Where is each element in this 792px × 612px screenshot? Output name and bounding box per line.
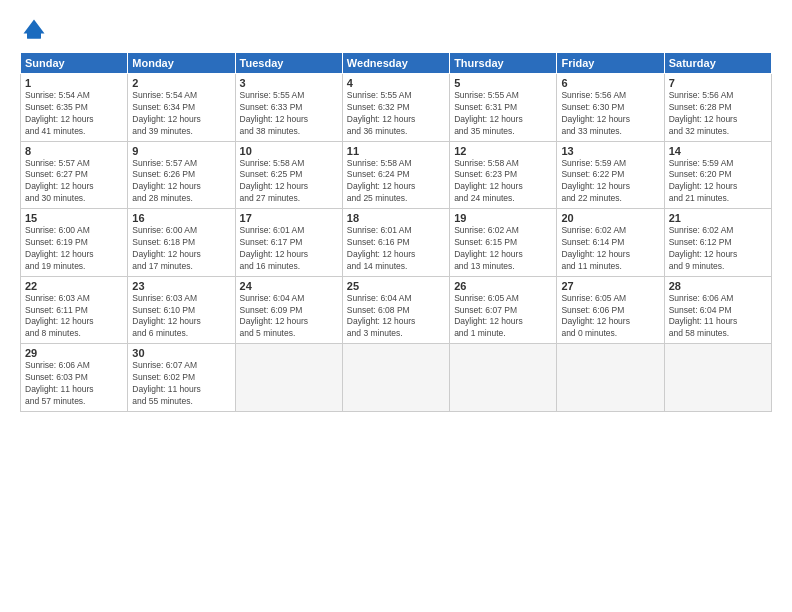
- day-number: 6: [561, 77, 659, 89]
- day-number: 28: [669, 280, 767, 292]
- day-cell: [342, 344, 449, 412]
- day-cell: 8Sunrise: 5:57 AM Sunset: 6:27 PM Daylig…: [21, 141, 128, 209]
- day-number: 27: [561, 280, 659, 292]
- day-cell: [235, 344, 342, 412]
- page-header: [20, 16, 772, 44]
- day-cell: 20Sunrise: 6:02 AM Sunset: 6:14 PM Dayli…: [557, 209, 664, 277]
- day-cell: 14Sunrise: 5:59 AM Sunset: 6:20 PM Dayli…: [664, 141, 771, 209]
- day-cell: 3Sunrise: 5:55 AM Sunset: 6:33 PM Daylig…: [235, 74, 342, 142]
- day-info: Sunrise: 5:55 AM Sunset: 6:31 PM Dayligh…: [454, 90, 552, 138]
- day-number: 15: [25, 212, 123, 224]
- header-row: SundayMondayTuesdayWednesdayThursdayFrid…: [21, 53, 772, 74]
- day-info: Sunrise: 6:02 AM Sunset: 6:14 PM Dayligh…: [561, 225, 659, 273]
- day-number: 1: [25, 77, 123, 89]
- col-header-monday: Monday: [128, 53, 235, 74]
- day-info: Sunrise: 5:54 AM Sunset: 6:35 PM Dayligh…: [25, 90, 123, 138]
- col-header-wednesday: Wednesday: [342, 53, 449, 74]
- day-number: 4: [347, 77, 445, 89]
- calendar-page: SundayMondayTuesdayWednesdayThursdayFrid…: [0, 0, 792, 612]
- day-info: Sunrise: 5:57 AM Sunset: 6:26 PM Dayligh…: [132, 158, 230, 206]
- day-info: Sunrise: 6:01 AM Sunset: 6:16 PM Dayligh…: [347, 225, 445, 273]
- day-number: 8: [25, 145, 123, 157]
- day-info: Sunrise: 6:01 AM Sunset: 6:17 PM Dayligh…: [240, 225, 338, 273]
- day-cell: 9Sunrise: 5:57 AM Sunset: 6:26 PM Daylig…: [128, 141, 235, 209]
- day-cell: 7Sunrise: 5:56 AM Sunset: 6:28 PM Daylig…: [664, 74, 771, 142]
- day-cell: 24Sunrise: 6:04 AM Sunset: 6:09 PM Dayli…: [235, 276, 342, 344]
- day-number: 9: [132, 145, 230, 157]
- day-number: 5: [454, 77, 552, 89]
- day-number: 7: [669, 77, 767, 89]
- day-cell: 26Sunrise: 6:05 AM Sunset: 6:07 PM Dayli…: [450, 276, 557, 344]
- day-cell: 16Sunrise: 6:00 AM Sunset: 6:18 PM Dayli…: [128, 209, 235, 277]
- day-info: Sunrise: 6:03 AM Sunset: 6:11 PM Dayligh…: [25, 293, 123, 341]
- day-info: Sunrise: 5:56 AM Sunset: 6:28 PM Dayligh…: [669, 90, 767, 138]
- day-cell: [557, 344, 664, 412]
- day-cell: 17Sunrise: 6:01 AM Sunset: 6:17 PM Dayli…: [235, 209, 342, 277]
- day-info: Sunrise: 6:02 AM Sunset: 6:12 PM Dayligh…: [669, 225, 767, 273]
- day-info: Sunrise: 6:00 AM Sunset: 6:19 PM Dayligh…: [25, 225, 123, 273]
- day-cell: 21Sunrise: 6:02 AM Sunset: 6:12 PM Dayli…: [664, 209, 771, 277]
- day-cell: 15Sunrise: 6:00 AM Sunset: 6:19 PM Dayli…: [21, 209, 128, 277]
- day-number: 29: [25, 347, 123, 359]
- col-header-saturday: Saturday: [664, 53, 771, 74]
- day-number: 19: [454, 212, 552, 224]
- day-number: 13: [561, 145, 659, 157]
- day-number: 17: [240, 212, 338, 224]
- day-info: Sunrise: 5:58 AM Sunset: 6:23 PM Dayligh…: [454, 158, 552, 206]
- day-info: Sunrise: 6:05 AM Sunset: 6:06 PM Dayligh…: [561, 293, 659, 341]
- day-number: 25: [347, 280, 445, 292]
- day-info: Sunrise: 5:59 AM Sunset: 6:22 PM Dayligh…: [561, 158, 659, 206]
- week-row-3: 15Sunrise: 6:00 AM Sunset: 6:19 PM Dayli…: [21, 209, 772, 277]
- day-info: Sunrise: 6:03 AM Sunset: 6:10 PM Dayligh…: [132, 293, 230, 341]
- day-cell: 6Sunrise: 5:56 AM Sunset: 6:30 PM Daylig…: [557, 74, 664, 142]
- day-number: 22: [25, 280, 123, 292]
- day-cell: 23Sunrise: 6:03 AM Sunset: 6:10 PM Dayli…: [128, 276, 235, 344]
- day-number: 30: [132, 347, 230, 359]
- day-cell: 5Sunrise: 5:55 AM Sunset: 6:31 PM Daylig…: [450, 74, 557, 142]
- day-number: 21: [669, 212, 767, 224]
- day-number: 11: [347, 145, 445, 157]
- day-cell: 12Sunrise: 5:58 AM Sunset: 6:23 PM Dayli…: [450, 141, 557, 209]
- col-header-sunday: Sunday: [21, 53, 128, 74]
- svg-marker-0: [24, 20, 45, 34]
- day-number: 16: [132, 212, 230, 224]
- day-cell: 29Sunrise: 6:06 AM Sunset: 6:03 PM Dayli…: [21, 344, 128, 412]
- day-info: Sunrise: 6:05 AM Sunset: 6:07 PM Dayligh…: [454, 293, 552, 341]
- day-cell: 1Sunrise: 5:54 AM Sunset: 6:35 PM Daylig…: [21, 74, 128, 142]
- day-cell: 19Sunrise: 6:02 AM Sunset: 6:15 PM Dayli…: [450, 209, 557, 277]
- day-info: Sunrise: 6:00 AM Sunset: 6:18 PM Dayligh…: [132, 225, 230, 273]
- day-cell: 10Sunrise: 5:58 AM Sunset: 6:25 PM Dayli…: [235, 141, 342, 209]
- day-cell: 22Sunrise: 6:03 AM Sunset: 6:11 PM Dayli…: [21, 276, 128, 344]
- day-cell: 30Sunrise: 6:07 AM Sunset: 6:02 PM Dayli…: [128, 344, 235, 412]
- day-info: Sunrise: 6:07 AM Sunset: 6:02 PM Dayligh…: [132, 360, 230, 408]
- day-number: 12: [454, 145, 552, 157]
- day-number: 2: [132, 77, 230, 89]
- day-cell: 27Sunrise: 6:05 AM Sunset: 6:06 PM Dayli…: [557, 276, 664, 344]
- week-row-2: 8Sunrise: 5:57 AM Sunset: 6:27 PM Daylig…: [21, 141, 772, 209]
- day-cell: 2Sunrise: 5:54 AM Sunset: 6:34 PM Daylig…: [128, 74, 235, 142]
- day-number: 20: [561, 212, 659, 224]
- day-number: 10: [240, 145, 338, 157]
- day-cell: 18Sunrise: 6:01 AM Sunset: 6:16 PM Dayli…: [342, 209, 449, 277]
- day-info: Sunrise: 6:06 AM Sunset: 6:04 PM Dayligh…: [669, 293, 767, 341]
- col-header-thursday: Thursday: [450, 53, 557, 74]
- calendar-table: SundayMondayTuesdayWednesdayThursdayFrid…: [20, 52, 772, 412]
- day-info: Sunrise: 5:55 AM Sunset: 6:32 PM Dayligh…: [347, 90, 445, 138]
- day-cell: 13Sunrise: 5:59 AM Sunset: 6:22 PM Dayli…: [557, 141, 664, 209]
- day-info: Sunrise: 6:06 AM Sunset: 6:03 PM Dayligh…: [25, 360, 123, 408]
- week-row-1: 1Sunrise: 5:54 AM Sunset: 6:35 PM Daylig…: [21, 74, 772, 142]
- day-info: Sunrise: 5:56 AM Sunset: 6:30 PM Dayligh…: [561, 90, 659, 138]
- week-row-4: 22Sunrise: 6:03 AM Sunset: 6:11 PM Dayli…: [21, 276, 772, 344]
- day-info: Sunrise: 5:58 AM Sunset: 6:25 PM Dayligh…: [240, 158, 338, 206]
- day-info: Sunrise: 5:57 AM Sunset: 6:27 PM Dayligh…: [25, 158, 123, 206]
- day-cell: [664, 344, 771, 412]
- week-row-5: 29Sunrise: 6:06 AM Sunset: 6:03 PM Dayli…: [21, 344, 772, 412]
- day-number: 14: [669, 145, 767, 157]
- day-number: 3: [240, 77, 338, 89]
- day-cell: 11Sunrise: 5:58 AM Sunset: 6:24 PM Dayli…: [342, 141, 449, 209]
- col-header-tuesday: Tuesday: [235, 53, 342, 74]
- day-cell: [450, 344, 557, 412]
- day-info: Sunrise: 5:58 AM Sunset: 6:24 PM Dayligh…: [347, 158, 445, 206]
- day-cell: 4Sunrise: 5:55 AM Sunset: 6:32 PM Daylig…: [342, 74, 449, 142]
- day-number: 24: [240, 280, 338, 292]
